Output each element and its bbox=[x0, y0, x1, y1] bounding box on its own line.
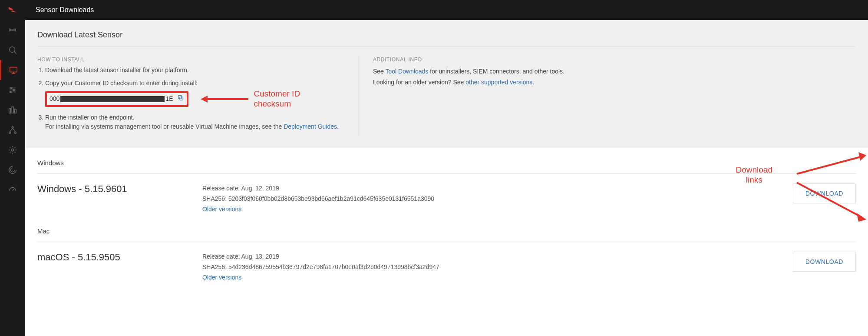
deployment-guides-link[interactable]: Deployment Guides bbox=[284, 123, 337, 130]
svg-point-0 bbox=[12, 29, 13, 31]
svg-rect-13 bbox=[12, 107, 13, 113]
mac-section: Mac macOS - 5.15.9505 Release date: Aug.… bbox=[25, 216, 868, 284]
step-1: Download the latest sensor installer for… bbox=[45, 66, 341, 75]
customer-id-box: 000 1E bbox=[45, 91, 188, 107]
svg-line-29 bbox=[13, 189, 14, 191]
windows-older-versions-link[interactable]: Older versions bbox=[202, 206, 241, 213]
nav-search-icon[interactable] bbox=[0, 40, 25, 60]
windows-section: Windows Windows - 5.15.9601 Release date… bbox=[25, 148, 868, 216]
divider bbox=[37, 47, 856, 47]
mac-title: macOS - 5.15.9505 bbox=[37, 252, 194, 263]
nav-dashboard-icon[interactable] bbox=[0, 180, 25, 200]
nav-sliders-icon[interactable] bbox=[0, 80, 25, 100]
mac-sha256: 54d236d486759554b36797d2e798fa1707b0e0af… bbox=[228, 263, 439, 270]
svg-marker-33 bbox=[201, 96, 208, 103]
customer-id-value: 000 1E bbox=[50, 95, 173, 103]
windows-release-date: Aug. 12, 2019 bbox=[241, 185, 279, 192]
svg-line-18 bbox=[10, 128, 13, 132]
svg-line-25 bbox=[10, 147, 11, 148]
latest-heading: Download Latest Sensor bbox=[37, 30, 856, 40]
nav-radar-icon[interactable] bbox=[0, 20, 25, 40]
svg-rect-3 bbox=[10, 67, 17, 72]
divider bbox=[37, 173, 856, 174]
callout-cid-label: Customer ID checksum bbox=[254, 89, 300, 109]
svg-point-20 bbox=[11, 149, 14, 151]
svg-line-27 bbox=[10, 152, 11, 153]
nav-monitor-icon[interactable] bbox=[0, 60, 25, 80]
left-sidebar bbox=[0, 0, 25, 336]
redacted-block bbox=[60, 96, 165, 102]
additional-info-title: ADDITIONAL INFO bbox=[373, 57, 856, 63]
svg-point-17 bbox=[15, 132, 17, 134]
topbar: Sensor Downloads bbox=[25, 0, 868, 20]
howto-title: HOW TO INSTALL bbox=[37, 57, 341, 63]
nav-columns-icon[interactable] bbox=[0, 100, 25, 120]
step-2: Copy your Customer ID checksum to enter … bbox=[45, 79, 341, 109]
mac-release-date: Aug. 13, 2019 bbox=[241, 253, 279, 260]
svg-point-1 bbox=[10, 47, 15, 53]
windows-title: Windows - 5.15.9601 bbox=[37, 183, 194, 195]
nav-sun-icon[interactable] bbox=[0, 140, 25, 160]
svg-line-28 bbox=[15, 147, 16, 148]
windows-download-button[interactable]: DOWNLOAD bbox=[793, 183, 856, 203]
svg-line-19 bbox=[13, 128, 15, 132]
callout-arrow-cid: Customer ID checksum bbox=[201, 89, 300, 109]
svg-point-15 bbox=[12, 126, 13, 128]
svg-rect-14 bbox=[15, 109, 17, 113]
other-versions-link[interactable]: other supported versions bbox=[465, 79, 532, 86]
logo-icon[interactable] bbox=[0, 0, 25, 20]
svg-rect-12 bbox=[9, 108, 11, 113]
mac-label: Mac bbox=[37, 227, 856, 235]
nav-swirl-icon[interactable] bbox=[0, 160, 25, 180]
svg-point-16 bbox=[9, 132, 11, 134]
step-3: Run the installer on the endpoint. For i… bbox=[45, 113, 341, 131]
svg-line-2 bbox=[14, 52, 17, 54]
copy-icon[interactable] bbox=[177, 94, 184, 104]
windows-label: Windows bbox=[37, 159, 856, 166]
nav-graph-icon[interactable] bbox=[0, 120, 25, 140]
mac-older-versions-link[interactable]: Older versions bbox=[202, 274, 241, 281]
svg-line-26 bbox=[15, 152, 16, 153]
tool-downloads-link[interactable]: Tool Downloads bbox=[386, 68, 429, 75]
divider bbox=[37, 242, 856, 242]
page-title: Sensor Downloads bbox=[36, 6, 94, 14]
latest-section: Download Latest Sensor HOW TO INSTALL Do… bbox=[25, 20, 868, 148]
windows-sha256: 5203f03f060f0bb02d8b653be93bd66aef1b2a91… bbox=[228, 195, 434, 202]
mac-download-button[interactable]: DOWNLOAD bbox=[793, 252, 856, 272]
